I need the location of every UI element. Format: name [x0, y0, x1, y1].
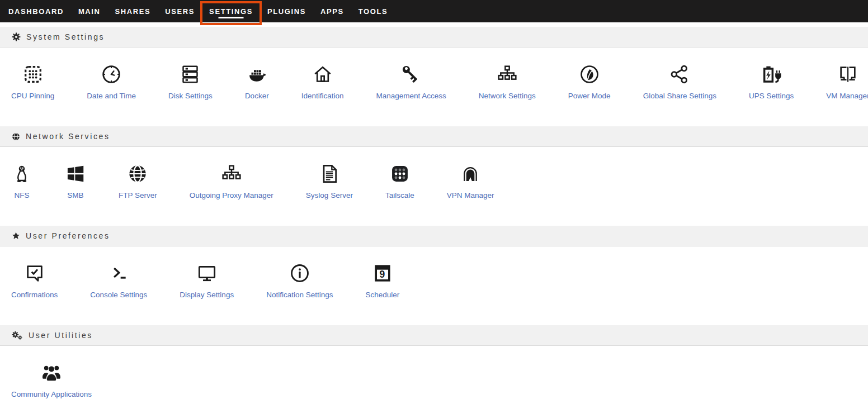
active-tab-underline	[219, 17, 244, 18]
terminal-icon	[107, 260, 130, 286]
section-body-network-services: NFS SMB FTP Server	[0, 147, 868, 226]
app-item-power-mode[interactable]: Power Mode	[568, 61, 611, 100]
section-title: User Utilities	[29, 331, 93, 340]
settings-page: System Settings CPU Pinning	[0, 22, 868, 404]
app-item-date-and-time[interactable]: Date and Time	[87, 61, 136, 100]
app-item-outgoing-proxy-manager[interactable]: Outgoing Proxy Manager	[190, 161, 273, 199]
file-text-icon	[318, 161, 341, 187]
app-item-vpn-manager[interactable]: VPN Manager	[447, 161, 494, 199]
share-nodes-icon	[668, 61, 691, 87]
section-system-settings: System Settings CPU Pinning	[0, 27, 868, 126]
app-item-smb[interactable]: SMB	[65, 161, 86, 199]
nav-item-settings[interactable]: SETTINGS	[202, 0, 260, 22]
sitemap-icon	[220, 161, 243, 187]
tailscale-icon	[389, 161, 411, 187]
app-item-cpu-pinning[interactable]: CPU Pinning	[11, 61, 54, 100]
app-item-nfs[interactable]: NFS	[11, 161, 32, 199]
app-item-label: Scheduler	[365, 291, 399, 299]
nav-item-label: PLUGINS	[267, 7, 306, 16]
sitemap-icon	[496, 61, 518, 87]
app-item-network-settings[interactable]: Network Settings	[479, 61, 536, 100]
app-item-vm-manager[interactable]: VM Manager	[826, 61, 868, 100]
windows-icon	[65, 161, 86, 187]
app-item-label: Confirmations	[11, 291, 58, 299]
monitor-icon	[196, 260, 218, 286]
app-item-label: Date and Time	[87, 92, 136, 100]
comment-check-icon	[23, 260, 46, 286]
app-item-label: Console Settings	[90, 291, 147, 299]
app-item-notification-settings[interactable]: Notification Settings	[266, 260, 333, 299]
section-header-user-utilities: User Utilities	[0, 325, 868, 346]
app-item-label: NFS	[15, 191, 30, 199]
app-item-scheduler[interactable]: 9 Scheduler	[365, 260, 399, 299]
app-item-label: Power Mode	[568, 92, 611, 100]
app-item-label: CPU Pinning	[11, 92, 54, 100]
nav-item-label: APPS	[320, 7, 344, 16]
gears-icon	[11, 330, 23, 340]
nav-item-tools[interactable]: TOOLS	[351, 0, 395, 22]
nav-item-label: SETTINGS	[209, 7, 253, 16]
nav-item-label: SHARES	[115, 7, 151, 16]
section-network-services: Network Services NFS	[0, 126, 868, 226]
app-item-ups-settings[interactable]: UPS Settings	[749, 61, 794, 100]
docker-whale-icon	[246, 61, 268, 87]
home-icon	[312, 61, 334, 87]
section-title: System Settings	[26, 32, 105, 41]
leaf-circle-icon	[578, 61, 601, 87]
app-item-label: VM Manager	[826, 92, 868, 100]
app-item-label: Global Share Settings	[643, 92, 716, 100]
globe-icon	[126, 161, 149, 187]
clock-icon	[100, 61, 122, 87]
app-item-label: UPS Settings	[749, 92, 794, 100]
nav-item-label: MAIN	[78, 7, 101, 16]
battery-plug-icon	[760, 61, 782, 87]
app-item-display-settings[interactable]: Display Settings	[180, 260, 234, 299]
section-body-user-preferences: Confirmations Console Settings Display S…	[0, 246, 868, 325]
linux-tux-icon	[11, 161, 32, 187]
nav-item-label: USERS	[165, 7, 195, 16]
app-item-tailscale[interactable]: Tailscale	[385, 161, 414, 199]
app-item-community-applications[interactable]: Community Applications	[11, 360, 92, 398]
nav-item-label: TOOLS	[358, 7, 388, 16]
app-item-management-access[interactable]: Management Access	[376, 61, 446, 100]
app-item-label: Display Settings	[180, 291, 234, 299]
app-item-label: FTP Server	[119, 191, 157, 199]
section-body-user-utilities: Community Applications	[0, 346, 868, 404]
app-item-ftp-server[interactable]: FTP Server	[119, 161, 157, 199]
app-item-docker[interactable]: Docker	[245, 61, 269, 100]
nav-item-shares[interactable]: SHARES	[108, 0, 158, 22]
section-user-preferences: User Preferences Confirmations Console S…	[0, 226, 868, 325]
app-item-label: Docker	[245, 92, 269, 100]
calendar-digit: 9	[379, 269, 385, 280]
app-item-label: VPN Manager	[447, 191, 494, 199]
info-circle-icon	[289, 260, 311, 286]
nav-item-label: DASHBOARD	[8, 7, 64, 16]
section-title: User Preferences	[26, 231, 110, 240]
app-item-label: Disk Settings	[168, 92, 213, 100]
app-item-identification[interactable]: Identification	[301, 61, 344, 100]
app-item-console-settings[interactable]: Console Settings	[90, 260, 147, 299]
app-item-global-share-settings[interactable]: Global Share Settings	[643, 61, 716, 100]
nav-item-plugins[interactable]: PLUGINS	[260, 0, 313, 22]
section-header-system-settings: System Settings	[0, 27, 868, 47]
app-item-syslog-server[interactable]: Syslog Server	[306, 161, 353, 199]
app-item-label: Syslog Server	[306, 191, 353, 199]
nav-item-main[interactable]: MAIN	[71, 0, 108, 22]
nav-item-apps[interactable]: APPS	[313, 0, 351, 22]
app-item-disk-settings[interactable]: Disk Settings	[168, 61, 213, 100]
app-item-label: Community Applications	[11, 390, 92, 398]
nav-item-users[interactable]: USERS	[158, 0, 202, 22]
app-item-label: Notification Settings	[266, 291, 333, 299]
calendar-icon: 9	[371, 260, 394, 286]
vm-split-icon	[837, 61, 859, 87]
nav-item-dashboard[interactable]: DASHBOARD	[1, 0, 71, 22]
app-item-label: Identification	[301, 92, 344, 100]
app-item-label: Tailscale	[385, 191, 414, 199]
section-header-network-services: Network Services	[0, 126, 868, 147]
app-item-label: Network Settings	[479, 92, 536, 100]
users-group-icon	[40, 360, 63, 386]
app-item-label: SMB	[67, 191, 83, 199]
gear-icon	[11, 32, 21, 42]
app-item-label: Outgoing Proxy Manager	[190, 191, 273, 199]
app-item-confirmations[interactable]: Confirmations	[11, 260, 58, 299]
